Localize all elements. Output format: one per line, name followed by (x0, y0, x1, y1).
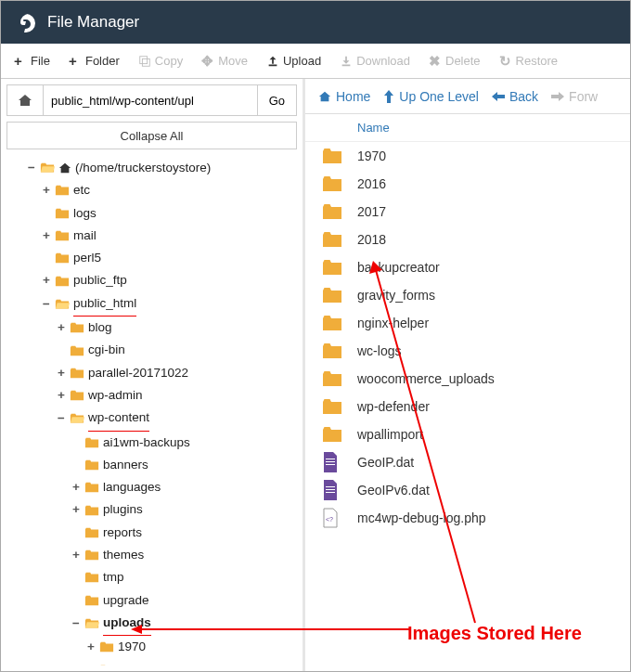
nav-forward-button[interactable]: Forw (551, 89, 598, 104)
cpanel-logo-icon (14, 11, 36, 33)
download-button[interactable]: Download (332, 50, 418, 71)
file-row[interactable]: wc-logs (305, 337, 630, 365)
svg-rect-0 (140, 56, 148, 63)
file-name: gravity_forms (357, 288, 435, 303)
tree-item-ai1wm[interactable]: ai1wm-backups (10, 432, 297, 454)
tree-item-languages[interactable]: +languages (10, 476, 297, 498)
folder-icon (84, 459, 99, 472)
file-name: wp-defender (357, 399, 430, 414)
file-row[interactable]: nginx-helper (305, 309, 630, 337)
tree-item-logs[interactable]: logs (10, 202, 297, 225)
path-home-button[interactable] (6, 84, 44, 116)
folder-icon (322, 148, 342, 164)
file-list: 1970201620172018backupcreatorgravity_for… (305, 142, 630, 671)
file-name: 1970 (357, 149, 386, 163)
new-folder-button[interactable]: +Folder (61, 50, 127, 71)
folder-icon (55, 275, 70, 288)
tree-item-wp-content[interactable]: −wp-content (10, 407, 297, 431)
tree-item-perl5[interactable]: perl5 (10, 247, 297, 269)
tree-item-public-ftp[interactable]: +public_ftp (10, 269, 297, 291)
column-header-name[interactable]: Name (305, 114, 630, 142)
folder-open-icon (55, 298, 70, 311)
tree-item-upgrade[interactable]: upgrade (10, 589, 297, 612)
up-icon (383, 90, 394, 103)
file-row[interactable]: <?mc4wp-debug-log.php (305, 504, 630, 532)
tree-item-reports[interactable]: reports (10, 522, 297, 544)
tree-item-mail[interactable]: +mail (10, 225, 297, 247)
file-name: nginx-helper (357, 316, 429, 330)
file-panel: Home Up One Level Back Forw Name 1970201… (305, 79, 630, 671)
file-row[interactable]: 2017 (305, 198, 630, 226)
main-toolbar: +File +Folder Copy ✥Move Upload Download… (1, 44, 630, 79)
collapse-all-button[interactable]: Collapse All (6, 122, 297, 149)
delete-button[interactable]: ✖Delete (421, 50, 488, 71)
file-row[interactable]: 2018 (305, 226, 630, 253)
new-file-button[interactable]: +File (6, 50, 58, 71)
folder-icon (70, 321, 84, 334)
svg-text:<?: <? (326, 516, 333, 523)
restore-button[interactable]: ↻Restore (492, 50, 566, 71)
sidebar: Go Collapse All − (/home/truckerstoystor… (1, 79, 305, 671)
move-button[interactable]: ✥Move (194, 50, 255, 71)
plus-icon: + (69, 55, 82, 68)
folder-icon (55, 252, 70, 265)
upload-icon (266, 55, 279, 68)
file-name: wc-logs (357, 343, 401, 358)
svg-rect-1 (142, 58, 149, 66)
file-icon (322, 480, 339, 500)
path-bar: Go (6, 84, 297, 116)
upload-button[interactable]: Upload (259, 50, 328, 71)
home-icon (58, 162, 71, 174)
svg-rect-2 (269, 64, 277, 66)
tree-item-2016[interactable]: +2016 (10, 659, 297, 666)
folder-icon (99, 664, 114, 666)
folder-icon (322, 398, 342, 415)
file-row[interactable]: GeoIPv6.dat (305, 476, 630, 504)
folder-icon (84, 594, 99, 607)
file-name: backupcreator (357, 260, 440, 275)
tree-item-blog[interactable]: +blog (10, 317, 297, 339)
file-row[interactable]: gravity_forms (305, 281, 630, 309)
file-row[interactable]: woocommerce_uploads (305, 365, 630, 393)
collapse-icon: − (27, 157, 36, 179)
copy-button[interactable]: Copy (131, 50, 190, 71)
folder-icon (322, 259, 342, 276)
tree-item-banners[interactable]: banners (10, 454, 297, 476)
file-name: woocommerce_uploads (357, 371, 495, 386)
path-input[interactable] (44, 84, 258, 116)
nav-up-button[interactable]: Up One Level (383, 89, 479, 104)
folder-icon (55, 229, 70, 242)
nav-home-button[interactable]: Home (318, 89, 370, 104)
file-row[interactable]: 2016 (305, 170, 630, 198)
folder-icon (322, 426, 342, 443)
tree-item-public-html[interactable]: −public_html (10, 292, 297, 317)
tree-item-wp-admin[interactable]: +wp-admin (10, 384, 297, 407)
file-name: mc4wp-debug-log.php (357, 510, 486, 525)
move-icon: ✥ (201, 55, 214, 68)
svg-rect-3 (342, 64, 351, 66)
tree-item-etc[interactable]: +etc (10, 179, 297, 201)
nav-back-button[interactable]: Back (492, 89, 538, 104)
file-name: 2017 (357, 204, 386, 219)
tree-item-themes[interactable]: +themes (10, 544, 297, 566)
tree-root[interactable]: − (/home/truckerstoystore) (10, 157, 297, 179)
file-row[interactable]: wpallimport (305, 420, 630, 448)
tree-item-uploads[interactable]: −uploads (10, 612, 297, 636)
folder-icon (99, 640, 114, 653)
file-row[interactable]: wp-defender (305, 393, 630, 420)
file-row[interactable]: GeoIP.dat (305, 448, 630, 476)
file-row[interactable]: backupcreator (305, 253, 630, 281)
go-button[interactable]: Go (258, 84, 297, 116)
tree-item-parallel[interactable]: +parallel-20171022 (10, 362, 297, 384)
folder-icon (322, 370, 342, 387)
copy-icon (138, 55, 151, 68)
tree-item-tmp[interactable]: tmp (10, 566, 297, 588)
folder-icon (70, 389, 84, 402)
tree-item-plugins[interactable]: +plugins (10, 498, 297, 521)
folder-open-icon (70, 412, 84, 425)
tree-item-1970[interactable]: +1970 (10, 636, 297, 658)
folder-tree: − (/home/truckerstoystore) +etc logs +ma… (6, 157, 297, 666)
tree-item-cgi-bin[interactable]: cgi-bin (10, 339, 297, 361)
file-row[interactable]: 1970 (305, 142, 630, 170)
folder-icon (84, 481, 99, 494)
